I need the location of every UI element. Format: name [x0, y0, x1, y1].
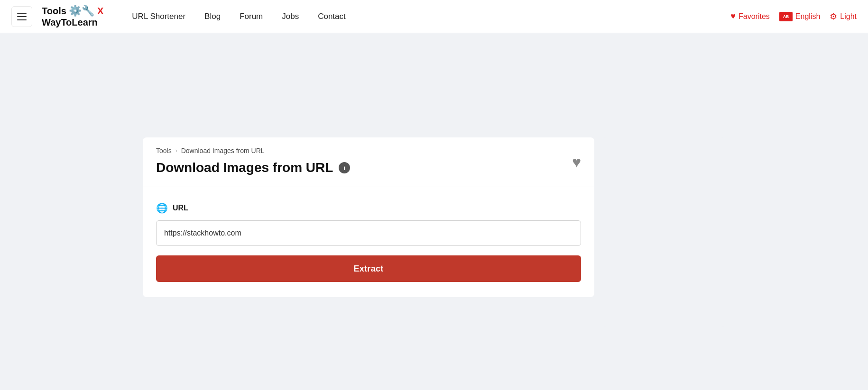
language-button[interactable]: AB English [779, 12, 820, 21]
url-input[interactable] [156, 220, 581, 246]
hamburger-line-1 [17, 13, 27, 14]
logo-x: X [97, 6, 103, 16]
url-label-row: 🌐 URL [156, 202, 581, 214]
breadcrumb-chevron-icon: › [175, 147, 177, 154]
nav-jobs[interactable]: Jobs [282, 12, 299, 21]
language-icon: AB [779, 12, 793, 21]
header: Tools ⚙️🔧 X WayToLearn URL Shortener Blo… [0, 0, 868, 33]
nav-blog[interactable]: Blog [204, 12, 221, 21]
nav-url-shortener[interactable]: URL Shortener [132, 12, 185, 21]
main-content: Tools › Download Images from URL Downloa… [135, 137, 733, 327]
globe-icon: 🌐 [156, 202, 168, 214]
logo-line2: WayToLearn [42, 17, 98, 27]
hamburger-line-2 [17, 16, 27, 17]
breadcrumb-current: Download Images from URL [181, 147, 265, 154]
gear-icon: ⚙ [830, 11, 837, 22]
favorite-heart-button[interactable]: ♥ [572, 154, 581, 170]
nav-contact[interactable]: Contact [318, 12, 346, 21]
theme-label: Light [840, 12, 857, 21]
page-title: Download Images from URL [156, 160, 333, 175]
language-label: English [795, 12, 820, 21]
nav-forum[interactable]: Forum [240, 12, 263, 21]
tool-card: 🌐 URL Extract [143, 187, 594, 297]
logo-line1: Tools [42, 6, 66, 16]
breadcrumb: Tools › Download Images from URL [156, 147, 581, 154]
page-header-card: Tools › Download Images from URL Downloa… [143, 137, 594, 187]
ad-banner-area [0, 33, 868, 137]
hamburger-button[interactable] [11, 6, 32, 27]
side-column [602, 137, 725, 327]
content-layout: Tools › Download Images from URL Downloa… [143, 137, 725, 327]
url-label: URL [173, 204, 188, 212]
logo[interactable]: Tools ⚙️🔧 X WayToLearn [42, 5, 103, 27]
theme-button[interactable]: ⚙ Light [830, 11, 857, 22]
header-right: ♥ Favorites AB English ⚙ Light [730, 11, 857, 22]
hamburger-line-3 [17, 19, 27, 20]
main-nav: URL Shortener Blog Forum Jobs Contact [132, 12, 730, 21]
page-title-row: Download Images from URL i [156, 160, 581, 175]
extract-button[interactable]: Extract [156, 255, 581, 282]
language-icon-text: AB [783, 14, 789, 19]
logo-text: Tools ⚙️🔧 X WayToLearn [42, 5, 103, 27]
side-ad-area [602, 137, 725, 327]
heart-icon: ♥ [730, 11, 736, 21]
favorites-button[interactable]: ♥ Favorites [730, 11, 769, 21]
info-icon[interactable]: i [339, 162, 350, 173]
breadcrumb-root-link[interactable]: Tools [156, 147, 172, 154]
favorites-label: Favorites [739, 12, 770, 21]
main-column: Tools › Download Images from URL Downloa… [143, 137, 594, 307]
